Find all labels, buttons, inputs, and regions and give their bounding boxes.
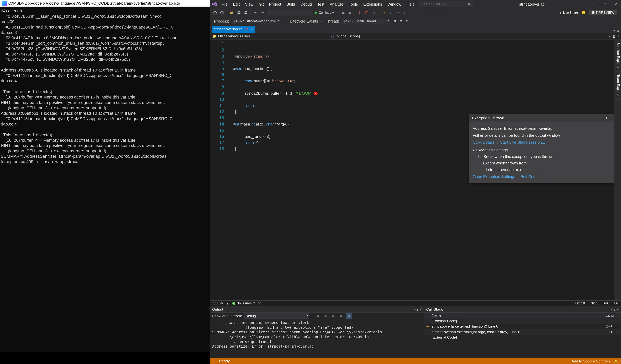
callstack-row[interactable]: [External Code] — [424, 335, 621, 340]
resize-grip-icon[interactable]: ⋰ — [612, 180, 615, 182]
undo-icon[interactable]: ↶ — [253, 10, 259, 16]
continue-button[interactable]: ▶Continue▾ — [313, 10, 336, 16]
menu-build[interactable]: Build — [284, 0, 298, 8]
console-title-text: C:\MSDN\cpp-docs-pr\docs\c-language\ASAN… — [8, 0, 180, 7]
nav-back-icon[interactable]: ◯ — [212, 10, 218, 16]
tab-gear-icon[interactable]: ⚙ — [617, 29, 619, 33]
pin-icon[interactable]: 📌 — [244, 27, 248, 31]
minimize-button[interactable] — [589, 0, 599, 8]
thread-icon[interactable]: ≡ — [405, 19, 408, 24]
menu-analyze[interactable]: Analyze — [327, 0, 346, 8]
menu-test[interactable]: Test — [314, 0, 327, 8]
exception-close-icon[interactable]: ✕ — [610, 116, 613, 120]
zoom-level[interactable]: 111 % — [213, 301, 223, 305]
stop-icon[interactable] — [364, 10, 370, 16]
callstack-panel: Call Stack ▾ ⫿ ✕ Name Lang [External Cod… — [424, 306, 621, 358]
output-close-icon[interactable]: ✕ — [420, 308, 422, 311]
console-titlebar[interactable]: C:\MSDN\cpp-docs-pr\docs\c-language\ASAN… — [0, 0, 210, 7]
thread-dropdown[interactable]: [25156] Main Thread — [342, 19, 390, 24]
callstack-row[interactable]: strncat-overlap.exe!main(int argc, char … — [424, 329, 621, 335]
output-next-icon[interactable]: ≡ — [330, 313, 336, 319]
tb-misc2-icon[interactable]: ⋯ — [418, 10, 424, 16]
solution-name: strncat-overlap — [519, 2, 545, 7]
tb-misc5-icon[interactable]: ⋯ — [442, 10, 448, 16]
split-icon[interactable]: ▥ — [612, 33, 616, 39]
live-share-button[interactable]: ⇪Live Share — [559, 11, 578, 15]
add-icon[interactable]: ＋ — [616, 33, 621, 39]
edit-conditions-link[interactable]: Edit Conditions — [520, 174, 547, 179]
maximize-button[interactable] — [599, 0, 610, 8]
close-button[interactable] — [610, 0, 621, 8]
search-icon: 🔍 — [467, 2, 471, 6]
feedback-icon[interactable]: 🙂 — [582, 11, 586, 15]
menu-view[interactable]: View — [242, 0, 256, 8]
output-prev-icon[interactable]: ≡ — [323, 313, 328, 319]
tab-overflow-icon[interactable]: ▾ — [613, 29, 615, 33]
scope-nav-dropdown[interactable]: (Global Scope) — [334, 33, 612, 39]
target-dropdown[interactable] — [269, 10, 312, 16]
source-control-button[interactable]: ↑ Add to Source Control ▴ — [569, 359, 611, 364]
save-all-icon[interactable]: 💾 — [243, 10, 249, 16]
lifecycle-icon[interactable]: ▭ — [283, 19, 287, 24]
open-file-icon[interactable]: 📂 — [229, 10, 235, 16]
error-marker-icon[interactable]: ✕ — [314, 92, 318, 96]
menu-window[interactable]: Window — [385, 0, 404, 8]
callstack-row[interactable]: ➜strncat-overlap.exe!bad_function() Line… — [424, 324, 621, 329]
tab-close-icon[interactable]: ✕ — [250, 27, 253, 31]
callstack-row[interactable]: [External Code] — [424, 318, 621, 324]
open-exception-settings-link[interactable]: Open Exception Settings — [473, 174, 515, 179]
stack-frame-icon[interactable]: ≡ — [400, 19, 402, 24]
step-out-icon[interactable]: ↑ — [401, 10, 407, 16]
start-live-share-link[interactable]: Start Live Share session... — [500, 140, 545, 144]
grid-icon[interactable]: ▦ — [347, 10, 353, 16]
copy-details-link[interactable]: Copy Details — [473, 140, 495, 144]
redo-icon[interactable]: ↷ — [259, 10, 265, 16]
notifications-icon[interactable]: 🔔 — [614, 359, 618, 364]
process-dropdown[interactable]: [37924] strncat-overlap.exe — [232, 19, 280, 24]
menu-help[interactable]: Help — [404, 0, 417, 8]
window-layout-icon[interactable]: ▦ — [340, 10, 346, 16]
callstack-close-icon[interactable]: ✕ — [617, 308, 619, 311]
menu-tools[interactable]: Tools — [346, 0, 361, 8]
output-find-icon[interactable]: ≡ — [315, 313, 321, 319]
issues-indicator[interactable]: ✓No issues found — [232, 301, 261, 305]
pause-icon[interactable]: ‖ — [357, 10, 363, 16]
quick-search-input[interactable] — [421, 2, 467, 6]
output-dropdown-icon[interactable]: ▾ — [414, 308, 416, 311]
console-output[interactable]: 64) overlap #0 0x43785b in __asan_wrap_s… — [0, 7, 210, 166]
menu-extensions[interactable]: Extensions — [361, 0, 385, 8]
module-checkbox[interactable] — [483, 168, 487, 171]
step-over-icon[interactable]: ⤻ — [395, 10, 400, 16]
quick-search[interactable]: 🔍 — [419, 1, 473, 7]
show-next-icon[interactable]: ➜ — [381, 10, 386, 16]
save-icon[interactable]: 💾 — [236, 10, 242, 16]
nav-fwd-icon[interactable]: ◯ — [219, 10, 225, 16]
tb-misc4-icon[interactable]: ⋯ — [435, 10, 441, 16]
callstack-pin-icon[interactable]: ⫿ — [614, 308, 615, 311]
menu-edit[interactable]: Edit — [230, 0, 242, 8]
callstack-dropdown-icon[interactable]: ▾ — [611, 308, 613, 311]
menu-project[interactable]: Project — [266, 0, 284, 8]
tb-misc1-icon[interactable]: ⋯ — [411, 10, 417, 16]
active-tab[interactable]: strncat-overlap.cc 📌 ✕ — [212, 26, 255, 33]
flag-icon[interactable]: ⚑ — [394, 19, 397, 24]
output-clear-icon[interactable]: ≡ — [338, 313, 344, 319]
output-pin-icon[interactable]: ⫿ — [417, 308, 418, 311]
menu-debug[interactable]: Debug — [298, 0, 314, 8]
exception-pin-icon[interactable]: ⫿ — [606, 116, 607, 120]
output-text[interactable]: unwind mechanism, swapcontext or vfork (… — [210, 319, 424, 358]
break-checkbox[interactable] — [479, 155, 482, 158]
restart-icon[interactable]: ⟳ — [371, 10, 377, 16]
output-wrap-icon[interactable]: ≡ — [346, 313, 352, 319]
menu-git[interactable]: Git — [256, 0, 267, 8]
play-icon: ▶ — [315, 11, 318, 15]
project-nav-dropdown[interactable]: 📁 Miscellaneous Files — [210, 33, 334, 39]
output-source-dropdown[interactable]: Debug — [244, 314, 309, 319]
tb-misc3-icon[interactable]: ⋯ — [428, 10, 434, 16]
code-editor[interactable]: 123456789101112131415161718 #include <st… — [210, 40, 621, 300]
team-explorer-tab[interactable]: Team Explorer — [614, 72, 621, 100]
step-into-icon[interactable]: ↓ — [388, 10, 394, 16]
solution-explorer-tab[interactable]: Solution Explorer — [614, 40, 621, 72]
exception-settings-header[interactable]: ▴Exception Settings — [473, 147, 612, 153]
menu-file[interactable]: File — [219, 0, 230, 8]
